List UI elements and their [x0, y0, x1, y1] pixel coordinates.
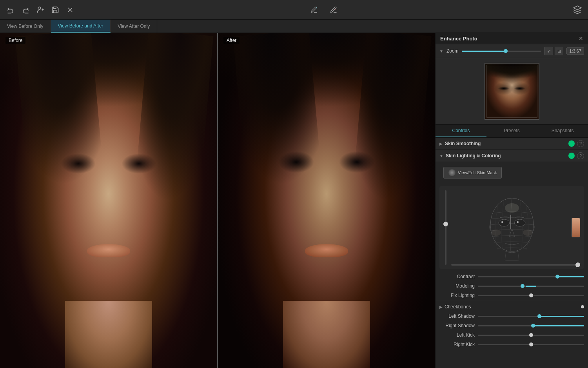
skin-smoothing-help-button[interactable]: ? [577, 140, 584, 147]
left-kick-thumb[interactable] [529, 333, 533, 337]
contrast-label: Contrast [439, 274, 475, 279]
after-label: After [223, 37, 240, 44]
right-shadow-thumb[interactable] [531, 324, 535, 328]
face-model-svg [483, 191, 541, 264]
left-kick-slider-row: Left Kick [436, 330, 588, 340]
svg-point-9 [499, 219, 510, 226]
zoom-slider-thumb[interactable] [504, 49, 508, 53]
skin-mask-button[interactable]: View/Edit Skin Mask [443, 167, 502, 179]
skin-smoothing-power-button[interactable] [568, 140, 575, 147]
divider-1 [436, 301, 588, 301]
svg-marker-7 [573, 6, 581, 10]
skin-smoothing-section-header[interactable]: ▶ Skin Smoothing ? [436, 138, 588, 150]
skin-lighting-help-button[interactable]: ? [577, 152, 584, 159]
tab-view-after-only[interactable]: View After Only [111, 20, 157, 33]
right-shadow-label: Right Shadow [439, 323, 475, 328]
skin-lighting-section-header[interactable]: ▼ Skin Lighting & Coloring ? [436, 150, 588, 162]
close-button[interactable] [64, 4, 76, 16]
before-label: Before [5, 37, 25, 44]
right-shadow-slider[interactable] [478, 325, 584, 326]
zoom-bar: ▼ Zoom ⤢ ⊞ 1:3.67 [436, 44, 588, 58]
thumbnail-preview [485, 63, 539, 120]
view-tabs: View Before Only View Before and After V… [0, 20, 588, 33]
left-shadow-thumb[interactable] [537, 314, 541, 318]
svg-point-10 [514, 219, 525, 226]
sidebar-title: Enhance Photo [440, 36, 477, 42]
controls-content: ▶ Skin Smoothing ? ▼ Skin Lighting & Col… [436, 138, 588, 368]
horizontal-slider[interactable] [451, 264, 580, 266]
right-kick-label: Right Kick [439, 342, 475, 347]
vertical-slider-thumb[interactable] [443, 222, 448, 226]
left-kick-slider[interactable] [478, 335, 584, 336]
canvas-area: Before After [0, 33, 435, 368]
fix-lighting-label: Fix Lighting [439, 293, 475, 298]
tab-view-before-and[interactable]: View Before and After [51, 20, 111, 33]
svg-point-13 [505, 203, 519, 213]
zoom-label: Zoom [446, 48, 459, 54]
svg-point-14 [492, 230, 501, 236]
color-swatch[interactable] [572, 218, 580, 237]
svg-point-11 [501, 221, 503, 223]
contrast-slider[interactable] [478, 276, 584, 277]
skin-smoothing-title: Skin Smoothing [445, 141, 566, 146]
add-person-button[interactable] [34, 4, 46, 16]
cheekbones-chevron: ▶ [439, 305, 443, 309]
modeling-slider-row: Modeling [436, 281, 588, 291]
cheekbones-group-header[interactable]: ▶ Cheekbones [436, 302, 588, 312]
zoom-slider-fill [462, 51, 506, 52]
left-shadow-fill [539, 316, 584, 317]
svg-point-12 [517, 221, 519, 223]
zoom-slider-track[interactable] [462, 51, 542, 52]
right-kick-thumb[interactable] [529, 342, 533, 346]
undo-button[interactable] [5, 4, 16, 16]
tab-controls[interactable]: Controls [436, 125, 486, 137]
modeling-slider-fill [526, 286, 536, 287]
left-shadow-slider[interactable] [478, 316, 584, 317]
right-kick-slider[interactable] [478, 344, 584, 345]
sidebar-header: Enhance Photo ✕ [436, 33, 588, 44]
before-panel: Before [0, 33, 217, 368]
face-model-area [439, 186, 584, 269]
main-area: Before After En [0, 33, 588, 368]
left-kick-label: Left Kick [439, 332, 475, 338]
fix-lighting-slider[interactable] [478, 295, 584, 296]
skin-lighting-chevron: ▼ [439, 154, 443, 158]
right-kick-slider-row: Right Kick [436, 340, 588, 349]
pen-add-button[interactable] [308, 4, 320, 16]
contrast-slider-row: Contrast [436, 272, 588, 281]
tab-view-before-only[interactable]: View Before Only [0, 20, 51, 33]
save-button[interactable] [49, 4, 61, 16]
tab-presets[interactable]: Presets [486, 125, 537, 137]
skin-smoothing-chevron: ▶ [439, 142, 443, 146]
mask-icon [448, 169, 456, 176]
sidebar: Enhance Photo ✕ ▼ Zoom ⤢ ⊞ 1:3.67 [435, 33, 588, 368]
modeling-slider-thumb[interactable] [521, 284, 524, 288]
zoom-icons: ⤢ ⊞ [544, 47, 563, 55]
skin-lighting-title: Skin Lighting & Coloring [446, 153, 566, 158]
contrast-slider-thumb[interactable] [555, 275, 559, 279]
fix-lighting-slider-thumb[interactable] [529, 293, 533, 297]
right-shadow-fill [533, 325, 584, 326]
tab-snapshots[interactable]: Snapshots [537, 125, 588, 137]
modeling-label: Modeling [439, 283, 475, 289]
zoom-fit-button[interactable]: ⤢ [544, 47, 553, 55]
right-shadow-slider-row: Right Shadow [436, 321, 588, 330]
redo-button[interactable] [20, 4, 31, 16]
layers-button[interactable] [572, 4, 583, 16]
svg-line-5 [316, 7, 317, 9]
vertical-slider[interactable] [445, 190, 446, 265]
left-shadow-slider-row: Left Shadow [436, 312, 588, 321]
horizontal-slider-thumb[interactable] [575, 262, 580, 267]
left-shadow-label: Left Shadow [439, 313, 475, 319]
cheekbones-dot [581, 305, 584, 308]
toolbar [0, 0, 588, 20]
thumbnail-area [436, 58, 588, 125]
cheekbones-label: Cheekbones [445, 304, 471, 310]
zoom-collapse-arrow[interactable]: ▼ [439, 49, 443, 53]
pen-remove-button[interactable] [328, 4, 339, 16]
contrast-slider-fill [557, 276, 584, 277]
sidebar-close-button[interactable]: ✕ [579, 35, 583, 42]
skin-lighting-power-button[interactable] [568, 153, 575, 159]
modeling-slider[interactable] [478, 286, 584, 287]
zoom-frame-button[interactable]: ⊞ [555, 47, 563, 55]
